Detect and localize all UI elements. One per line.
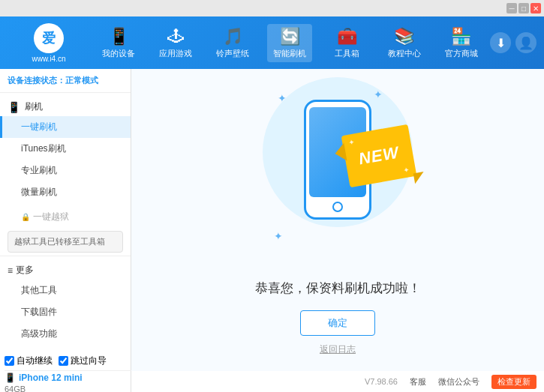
- more-icon: ≡: [8, 265, 13, 276]
- status-label: 设备连接状态：: [8, 76, 65, 85]
- nav-my-device[interactable]: 📱 我的设备: [96, 24, 141, 62]
- auto-jump-input[interactable]: [5, 356, 14, 366]
- device-name: 📱 iPhone 12 mini: [5, 373, 136, 383]
- toolbox-icon: 🧰: [337, 27, 357, 46]
- tutorial-label: 教程中心: [388, 48, 421, 59]
- success-message: 恭喜您，保资料刷机成功啦！: [255, 280, 421, 297]
- flash-section: 📱 刷机 一键刷机 iTunes刷机 专业刷机 微量刷机: [0, 93, 131, 206]
- sidebar-item-one-key-flash[interactable]: 一键刷机: [0, 116, 131, 138]
- version-text: V7.98.66: [365, 377, 398, 386]
- nav-app-game[interactable]: 🕹 应用游戏: [153, 24, 198, 62]
- maximize-button[interactable]: □: [518, 3, 529, 13]
- confirm-button[interactable]: 确定: [300, 310, 375, 336]
- sparkle-1: ✦: [278, 92, 287, 104]
- jailbreak-notice: 越狱工具已转移至工具箱: [8, 231, 123, 253]
- ribbon-star-tl: ✦: [347, 137, 355, 146]
- phone-illustration: ✦ ✦ ✦ ✦ NEW ✦: [270, 85, 405, 265]
- nav-official-store[interactable]: 🏪 官方商城: [439, 24, 484, 62]
- sidebar-divider: [0, 256, 131, 256]
- title-bar: ─ □ ✕: [0, 0, 544, 16]
- sidebar-item-pro-flash[interactable]: 专业刷机: [0, 160, 131, 181]
- ribbon-badge: ✦ NEW ✦: [341, 124, 417, 187]
- wallpaper-icon: 🎵: [223, 27, 243, 46]
- sparkle-3: ✦: [274, 230, 283, 242]
- device-phone-icon: 📱: [5, 373, 16, 383]
- wallpaper-label: 铃声壁纸: [216, 48, 249, 59]
- content-area: ✦ ✦ ✦ ✦ NEW ✦ 恭喜您，保资料刷机成功啦！ 确定 返回日志: [131, 69, 544, 371]
- nav-right-buttons: ⬇ 👤: [490, 32, 536, 53]
- close-button[interactable]: ✕: [530, 3, 541, 13]
- logo-subtitle: www.i4.cn: [32, 55, 65, 63]
- app-game-icon: 🕹: [167, 27, 184, 46]
- bottom-bar: 自动继续 跳过向导 📱 iPhone 12 mini 64GB Down-12m…: [0, 371, 544, 392]
- skip-wizard-checkbox[interactable]: 跳过向导: [59, 355, 107, 367]
- auto-jump-checkbox[interactable]: 自动继续: [5, 355, 53, 367]
- status-value: 正常模式: [65, 76, 98, 85]
- official-store-icon: 🏪: [451, 27, 471, 46]
- customer-service-link[interactable]: 客服: [410, 376, 426, 388]
- smart-flash-icon: 🔄: [280, 27, 300, 46]
- nav-wallpaper[interactable]: 🎵 铃声壁纸: [210, 24, 255, 62]
- tutorial-icon: 📚: [394, 27, 414, 46]
- flash-section-header: 📱 刷机: [0, 96, 131, 116]
- logo-icon: 爱: [34, 23, 64, 53]
- wechat-official-link[interactable]: 微信公众号: [438, 376, 479, 388]
- flash-section-label: 刷机: [25, 100, 43, 113]
- ribbon-star-br: ✦: [403, 165, 410, 174]
- sidebar-item-itunes-flash[interactable]: iTunes刷机: [0, 138, 131, 160]
- nav-smart-flash[interactable]: 🔄 智能刷机: [267, 24, 312, 62]
- user-button[interactable]: 👤: [515, 32, 536, 53]
- download-button[interactable]: ⬇: [490, 32, 511, 53]
- skip-wizard-input[interactable]: [59, 356, 68, 366]
- sidebar-item-advanced[interactable]: 高级功能: [0, 323, 131, 345]
- nav-items: 📱 我的设备 🕹 应用游戏 🎵 铃声壁纸 🔄 智能刷机 🧰 工具箱 📚 教程中心…: [90, 24, 490, 62]
- sidebar-item-other-tools[interactable]: 其他工具: [0, 280, 131, 301]
- app-game-label: 应用游戏: [159, 48, 192, 59]
- locked-jailbreak: 🔒 一键越狱: [0, 206, 131, 228]
- phone-home-button: [332, 202, 343, 212]
- sidebar: 设备连接状态：正常模式 📱 刷机 一键刷机 iTunes刷机 专业刷机 微量刷机…: [0, 69, 131, 371]
- official-store-label: 官方商城: [445, 48, 478, 59]
- auto-jump-label: 自动继续: [17, 355, 53, 367]
- back-to-log-link[interactable]: 返回日志: [320, 343, 356, 356]
- nav-tutorial[interactable]: 📚 教程中心: [382, 24, 427, 62]
- check-update-button[interactable]: 检查更新: [491, 375, 536, 389]
- status-bar: 设备连接状态：正常模式: [0, 69, 131, 93]
- content-bottom: V7.98.66 客服 微信公众号 检查更新: [131, 371, 544, 392]
- device-storage: 64GB: [5, 383, 136, 393]
- logo-area: 爱 www.i4.cn: [8, 23, 90, 63]
- more-section-header: ≡ 更多: [0, 259, 131, 280]
- toolbox-label: 工具箱: [335, 48, 359, 59]
- skip-wizard-label: 跳过向导: [71, 355, 107, 367]
- nav-toolbox[interactable]: 🧰 工具箱: [325, 24, 370, 62]
- ribbon-text: NEW: [357, 142, 401, 169]
- sidebar-item-save-data-flash[interactable]: 微量刷机: [0, 181, 131, 203]
- sparkle-2: ✦: [374, 88, 383, 100]
- sidebar-item-download-firmware[interactable]: 下载固件: [0, 301, 131, 323]
- minimize-button[interactable]: ─: [506, 3, 517, 13]
- header: 爱 www.i4.cn 📱 我的设备 🕹 应用游戏 🎵 铃声壁纸 🔄 智能刷机 …: [0, 16, 544, 69]
- my-device-label: 我的设备: [102, 48, 135, 59]
- smart-flash-label: 智能刷机: [273, 48, 306, 59]
- more-label: 更多: [16, 264, 34, 277]
- device-section: 📱 iPhone 12 mini 64GB Down-12mini-13,1: [5, 370, 136, 393]
- my-device-icon: 📱: [109, 27, 129, 46]
- flash-section-icon: 📱: [8, 101, 20, 113]
- main-layout: 设备连接状态：正常模式 📱 刷机 一键刷机 iTunes刷机 专业刷机 微量刷机…: [0, 69, 544, 371]
- lock-icon: 🔒: [21, 213, 30, 221]
- sidebar-bottom: 自动继续 跳过向导 📱 iPhone 12 mini 64GB Down-12m…: [0, 371, 131, 392]
